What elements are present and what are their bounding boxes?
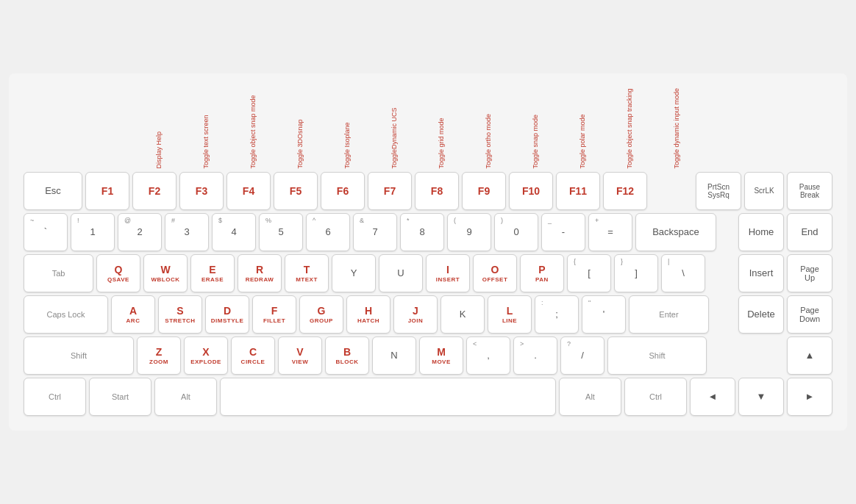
c-key[interactable]: CCIRCLE [231,336,275,375]
f6-label: ToggleDynamic UCS [372,88,416,169]
f6-key[interactable]: F6 [321,172,365,210]
rbracket-key[interactable]: } ] [614,254,658,292]
6-key[interactable]: ^ 6 [306,213,350,251]
3-key[interactable]: # 3 [165,213,209,251]
j-key[interactable]: JJOIN [393,295,438,334]
i-key[interactable]: IINSERT [426,254,470,292]
f5-key[interactable]: F5 [274,172,318,210]
pause-key[interactable]: PauseBreak [787,172,832,210]
end-key[interactable]: End [787,213,832,251]
o-key[interactable]: OOFFSET [473,254,517,292]
q-key[interactable]: QQSAVE [96,254,140,292]
arrow-right-key[interactable]: ► [787,378,832,416]
right-alt-key[interactable]: Alt [559,378,621,416]
f9-key[interactable]: F9 [462,172,506,210]
esc-key[interactable]: Esc [24,172,82,210]
right-shift-key[interactable]: Shift [607,336,707,375]
r-key[interactable]: RREDRAW [238,254,282,292]
2-key[interactable]: @ 2 [118,213,162,251]
semicolon-key[interactable]: : ; [535,295,579,334]
slash-key[interactable]: ? / [560,336,604,375]
minus-key[interactable]: _ - [541,213,585,251]
fn-label-list: Display Help Toggle text screen Toggle o… [137,88,699,169]
d-key[interactable]: DDIMSTYLE [205,295,249,334]
left-ctrl-key[interactable]: Ctrl [24,378,86,416]
0-key[interactable]: ) 0 [494,213,538,251]
period-key[interactable]: > . [513,336,557,375]
arrow-down-key[interactable]: ▼ [738,378,784,416]
keyboard-container: Display Help Toggle text screen Toggle o… [9,73,847,431]
space-key[interactable] [220,378,556,416]
arrow-up-key[interactable]: ▲ [787,336,832,375]
prtscn-key[interactable]: PrtScnSysRq [696,172,741,210]
f4-key[interactable]: F4 [227,172,271,210]
h-key[interactable]: HHATCH [346,295,390,334]
capslock-key[interactable]: Caps Lock [24,295,108,334]
f3-key[interactable]: F3 [179,172,224,210]
lbracket-key[interactable]: { [ [567,254,611,292]
e-key[interactable]: EERASE [190,254,235,292]
nav-top-cluster: PrtScnSysRq ScrLK PauseBreak [696,172,832,210]
f12-key[interactable]: F12 [603,172,647,210]
f-key[interactable]: FFILLET [252,295,296,334]
f10-key[interactable]: F10 [509,172,553,210]
u-key[interactable]: U [379,254,423,292]
backslash-key[interactable]: | \ [661,254,705,292]
5-key[interactable]: % 5 [259,213,303,251]
7-key[interactable]: & 7 [353,213,397,251]
k-key[interactable]: K [441,295,485,334]
l-key[interactable]: LLINE [488,295,532,334]
8-key[interactable]: * 8 [400,213,444,251]
z-key[interactable]: ZZOOM [137,336,181,375]
1-key[interactable]: ! 1 [71,213,115,251]
f10-label: Toggle polar mode [560,88,604,169]
left-alt-key[interactable]: Alt [154,378,217,416]
home-row-main: Caps Lock AARC SSTRETCH DDIMSTYLE FFILLE… [24,295,735,334]
shift-row: Shift ZZOOM XEXPLODE CCIRCLE VVIEW BBLOC… [24,336,832,375]
f2-key[interactable]: F2 [132,172,176,210]
w-key[interactable]: WWBLOCK [143,254,188,292]
home-key[interactable]: Home [738,213,784,251]
delete-key[interactable]: Delete [738,295,784,334]
fn-row: Esc F1 F2 F3 F4 F5 F6 F7 F8 F9 F10 F11 F… [24,172,832,210]
enter-key[interactable]: Enter [629,295,709,334]
a-key[interactable]: AARC [111,295,155,334]
4-key[interactable]: $ 4 [212,213,256,251]
nav-mid-insert: Insert PageUp [738,254,832,292]
tab-key[interactable]: Tab [24,254,93,292]
v-key[interactable]: VVIEW [278,336,322,375]
arrow-bottom-cluster: ◄ ▼ ► [690,378,832,416]
b-key[interactable]: BBLOCK [325,336,369,375]
start-key[interactable]: Start [89,378,151,416]
right-ctrl-key[interactable]: Ctrl [624,378,687,416]
t-key[interactable]: TMTEXT [285,254,329,292]
quote-key[interactable]: " ' [582,295,626,334]
f5-label: Toggle Isoplane [325,88,369,169]
f7-key[interactable]: F7 [368,172,412,210]
left-shift-key[interactable]: Shift [24,336,134,375]
x-key[interactable]: XEXPLODE [184,336,228,375]
f8-key[interactable]: F8 [415,172,459,210]
bottom-row: Ctrl Start Alt Alt Ctrl ◄ ▼ ► [24,378,832,416]
equals-key[interactable]: + = [588,213,632,251]
f11-key[interactable]: F11 [556,172,600,210]
p-key[interactable]: PPAN [520,254,564,292]
pageup-key[interactable]: PageUp [787,254,832,292]
y-key[interactable]: Y [332,254,376,292]
bottom-row-main: Ctrl Start Alt Alt Ctrl [24,378,687,416]
f1-key[interactable]: F1 [85,172,129,210]
comma-key[interactable]: < , [466,336,510,375]
n-key[interactable]: N [372,336,416,375]
s-key[interactable]: SSTRETCH [158,295,202,334]
g-key[interactable]: GGROUP [299,295,343,334]
tilde-key[interactable]: ~ ` [24,213,68,251]
insert-key[interactable]: Insert [738,254,784,292]
9-key[interactable]: ( 9 [447,213,491,251]
arrow-left-key[interactable]: ◄ [690,378,735,416]
scrlk-key[interactable]: ScrLK [744,172,784,210]
m-key[interactable]: MMOVE [419,336,463,375]
f2-label: Toggle text screen [184,88,228,169]
pagedown-key[interactable]: PageDown [787,295,832,334]
number-row-main: ~ ` ! 1 @ 2 # 3 $ 4 % 5 [24,213,735,251]
backspace-key[interactable]: Backspace [635,213,716,251]
